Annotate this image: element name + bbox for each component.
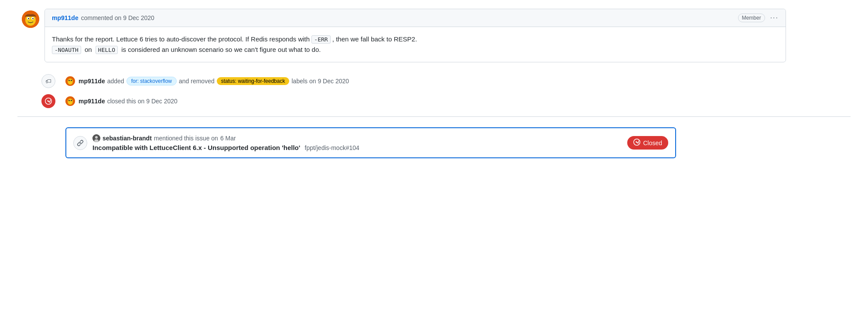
- timeline-label-avatar: [65, 76, 75, 86]
- comment-header-left: mp911de commented on 9 Dec 2020: [52, 14, 154, 21]
- crossref-left: sebastian-brandt mentioned this issue on…: [73, 134, 359, 151]
- comment-text-1: Thanks for the report. Lettuce 6 tries t…: [52, 35, 310, 43]
- svg-point-7: [68, 78, 73, 85]
- timeline-label-action2: and removed: [179, 78, 215, 85]
- closed-status-button[interactable]: Closed: [627, 136, 668, 150]
- comment-code-3: HELLO: [96, 46, 118, 54]
- crossref-content: sebastian-brandt mentioned this issue on…: [92, 134, 359, 151]
- close-event-icon: [41, 94, 55, 108]
- timeline-label-action: added: [107, 78, 124, 85]
- svg-point-9: [71, 80, 72, 81]
- crossref-title: Incompatible with LettuceClient 6.x - Un…: [92, 144, 359, 151]
- comment-header-right: Member ···: [738, 14, 779, 22]
- member-badge: Member: [738, 14, 765, 22]
- comment-text-on: on: [85, 46, 92, 53]
- crossref-user-avatar: [92, 134, 100, 142]
- section-divider: [17, 116, 851, 117]
- crossref-mention-user: sebastian-brandt: [103, 135, 152, 142]
- svg-point-4: [28, 18, 29, 19]
- comment-author-link[interactable]: mp911de: [52, 14, 79, 21]
- stackoverflow-label: for: stackoverflow: [126, 77, 177, 85]
- svg-point-13: [71, 100, 72, 101]
- comment-body: Thanks for the report. Lettuce 6 tries t…: [45, 27, 786, 62]
- crossref-issue-title: Incompatible with LettuceClient 6.x - Un…: [92, 144, 300, 151]
- svg-point-12: [68, 100, 70, 101]
- waiting-feedback-label: status: waiting-for-feedback: [217, 77, 290, 85]
- timeline-close-action: closed this on 9 Dec 2020: [107, 98, 178, 105]
- author-avatar: [22, 10, 39, 28]
- svg-point-15: [95, 136, 98, 139]
- crossref-meta: sebastian-brandt mentioned this issue on…: [92, 134, 359, 142]
- timeline-close-user: mp911de: [79, 98, 105, 105]
- timeline-label-user: mp911de: [79, 78, 105, 85]
- crossref-issue-ref: fppt/jedis-mock#104: [305, 144, 359, 151]
- crossref-box: sebastian-brandt mentioned this issue on…: [65, 127, 676, 158]
- crossref-icon: [73, 136, 87, 150]
- timeline-close-avatar: [65, 96, 75, 106]
- timeline-close-event: mp911de closed this on 9 Dec 2020: [79, 98, 178, 105]
- closed-button-icon: [633, 139, 640, 147]
- crossref-mention-date: 6 Mar: [220, 135, 236, 142]
- comment-text-end: is considered an unknown scenario so we …: [121, 46, 321, 53]
- crossref-section: sebastian-brandt mentioned this issue on…: [17, 127, 851, 158]
- timeline-label-suffix: labels on 9 Dec 2020: [291, 78, 349, 85]
- svg-point-5: [32, 18, 34, 19]
- svg-point-11: [68, 99, 73, 105]
- svg-point-8: [68, 80, 70, 81]
- more-options-button[interactable]: ···: [770, 14, 779, 22]
- closed-button-label: Closed: [643, 140, 662, 146]
- comment-text-2: , then we fall back to RESP2.: [332, 35, 417, 43]
- label-event-icon: 🏷: [41, 74, 55, 88]
- timeline-label-event: mp911de added for: stackoverflow and rem…: [79, 77, 349, 85]
- comment-date: commented on 9 Dec 2020: [81, 14, 154, 21]
- comment-code-2: -NOAUTH: [52, 46, 81, 54]
- crossref-mention-action: mentioned this issue on: [154, 135, 218, 142]
- comment-code-1: -ERR: [311, 35, 330, 44]
